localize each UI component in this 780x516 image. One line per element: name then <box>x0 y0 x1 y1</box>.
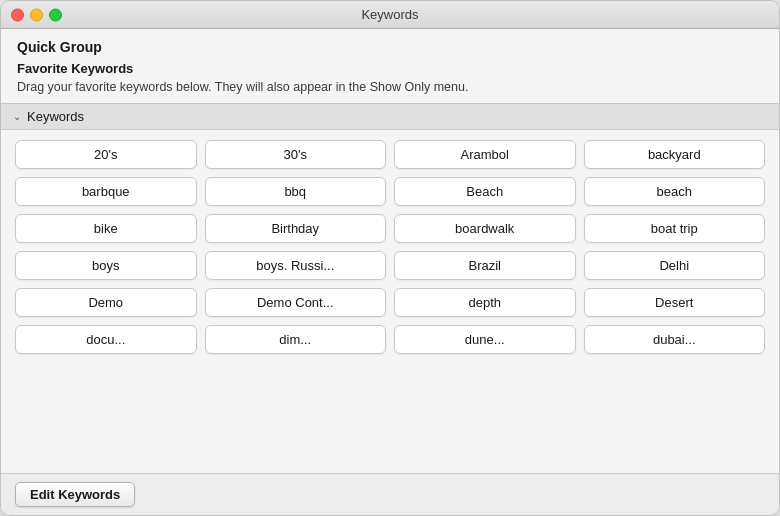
keywords-section-label: Keywords <box>27 109 84 124</box>
keyword-button[interactable]: Beach <box>394 177 576 206</box>
keyword-button[interactable]: 20's <box>15 140 197 169</box>
favorite-keywords-description: Drag your favorite keywords below. They … <box>17 78 763 97</box>
keyword-button[interactable]: barbque <box>15 177 197 206</box>
main-window: Keywords Quick Group Favorite Keywords D… <box>0 0 780 516</box>
keyword-button[interactable]: bike <box>15 214 197 243</box>
keyword-button[interactable]: 30's <box>205 140 387 169</box>
edit-keywords-button[interactable]: Edit Keywords <box>15 482 135 507</box>
keyword-button[interactable]: depth <box>394 288 576 317</box>
keywords-section-header[interactable]: ⌄ Keywords <box>1 103 779 130</box>
window-controls <box>11 8 62 21</box>
favorite-keywords-heading: Favorite Keywords <box>17 61 763 76</box>
content-area: Quick Group Favorite Keywords Drag your … <box>1 29 779 473</box>
keyword-button[interactable]: dune... <box>394 325 576 354</box>
bottom-bar: Edit Keywords <box>1 473 779 515</box>
window-title: Keywords <box>361 7 418 22</box>
maximize-button[interactable] <box>49 8 62 21</box>
close-button[interactable] <box>11 8 24 21</box>
keyword-button[interactable]: boys. Russi... <box>205 251 387 280</box>
keywords-grid-container: 20's30'sArambolbackyardbarbquebbqBeachbe… <box>1 130 779 473</box>
keyword-button[interactable]: boat trip <box>584 214 766 243</box>
keyword-button[interactable]: bbq <box>205 177 387 206</box>
keyword-button[interactable]: Delhi <box>584 251 766 280</box>
keyword-button[interactable]: Birthday <box>205 214 387 243</box>
keyword-button[interactable]: boardwalk <box>394 214 576 243</box>
keywords-grid: 20's30'sArambolbackyardbarbquebbqBeachbe… <box>15 140 765 354</box>
keyword-button[interactable]: docu... <box>15 325 197 354</box>
keyword-button[interactable]: dim... <box>205 325 387 354</box>
minimize-button[interactable] <box>30 8 43 21</box>
keyword-button[interactable]: Arambol <box>394 140 576 169</box>
keyword-button[interactable]: Demo <box>15 288 197 317</box>
keyword-button[interactable]: boys <box>15 251 197 280</box>
titlebar: Keywords <box>1 1 779 29</box>
quick-group-section: Quick Group Favorite Keywords Drag your … <box>1 29 779 103</box>
keyword-button[interactable]: Brazil <box>394 251 576 280</box>
keyword-button[interactable]: dubai... <box>584 325 766 354</box>
quick-group-title: Quick Group <box>17 39 763 55</box>
keyword-button[interactable]: backyard <box>584 140 766 169</box>
keyword-button[interactable]: Desert <box>584 288 766 317</box>
keyword-button[interactable]: beach <box>584 177 766 206</box>
chevron-down-icon: ⌄ <box>13 111 21 122</box>
keyword-button[interactable]: Demo Cont... <box>205 288 387 317</box>
